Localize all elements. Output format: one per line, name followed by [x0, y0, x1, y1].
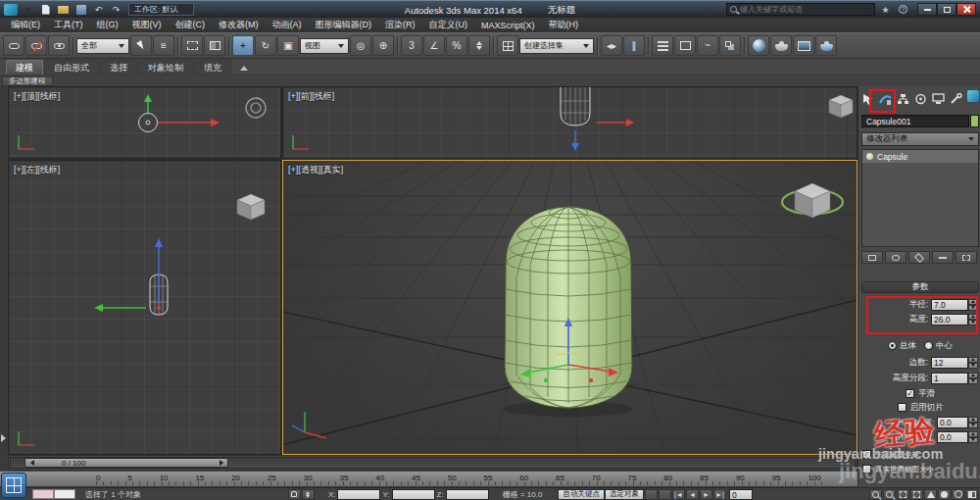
play-animation-icon[interactable]: ► — [700, 489, 712, 500]
rectangular-selection-region-icon[interactable] — [181, 35, 203, 56]
select-and-rotate-icon[interactable]: ↻ — [255, 35, 276, 56]
selection-lock-toggle[interactable] — [288, 489, 301, 500]
current-frame-field[interactable]: 0 — [729, 489, 753, 500]
minimize-button[interactable] — [917, 3, 937, 16]
menu-maxscript[interactable]: MAXScript(X) — [474, 18, 542, 32]
new-scene-icon[interactable] — [38, 3, 53, 16]
align-icon[interactable]: ∥ — [623, 35, 645, 56]
select-and-move-icon[interactable]: + — [232, 35, 254, 56]
save-file-icon[interactable] — [74, 3, 88, 16]
sides-field[interactable]: 12 — [931, 357, 968, 369]
sign-in-icon[interactable]: ★ — [878, 3, 893, 16]
set-key-icon[interactable] — [645, 489, 658, 500]
menu-customize[interactable]: 自定义(U) — [422, 18, 475, 32]
angle-snap-icon[interactable]: ∠ — [423, 35, 445, 56]
modifier-list-dropdown[interactable]: 修改器列表 — [861, 132, 979, 146]
search-input[interactable] — [740, 5, 862, 14]
ribbon-expand-icon[interactable] — [240, 66, 248, 71]
centers-radio[interactable] — [924, 341, 933, 350]
hierarchy-tab-icon[interactable] — [896, 92, 910, 107]
render-setup-icon[interactable] — [770, 35, 792, 56]
parameters-rollout-header[interactable]: 参数 — [861, 281, 979, 293]
menu-create[interactable]: 创建(C) — [169, 18, 213, 32]
spinner-snap-icon[interactable] — [468, 35, 490, 56]
orbit-icon[interactable] — [952, 489, 964, 500]
polygon-modeling-panel[interactable]: 多边形建模 — [2, 76, 53, 86]
render-production-icon[interactable] — [815, 35, 837, 56]
track-bar[interactable]: 0510 152025 303540 455055 606570 758085 … — [0, 471, 858, 487]
height-segs-field[interactable]: 1 — [931, 373, 968, 384]
field-of-view-icon[interactable] — [924, 489, 937, 500]
viewport-left[interactable]: [+][左][线框] — [8, 160, 281, 455]
open-file-icon[interactable] — [56, 3, 71, 16]
ribbon-tab-populate[interactable]: 填充 — [194, 60, 231, 75]
menu-edit[interactable]: 编辑(E) — [4, 18, 47, 32]
workspace-selector[interactable]: 工作区: 默认 — [128, 3, 194, 16]
capsule-top-view[interactable] — [139, 114, 158, 132]
ribbon-tab-modeling[interactable]: 建模 — [6, 60, 43, 75]
go-to-start-icon[interactable]: |◄ — [672, 489, 685, 500]
utilities-tab-icon[interactable] — [949, 92, 963, 107]
modify-tab-icon[interactable] — [878, 92, 893, 107]
viewport-front-label[interactable]: [+][前][线框] — [288, 90, 334, 103]
visibility-bulb-icon[interactable] — [866, 153, 873, 160]
material-editor-icon[interactable] — [748, 35, 769, 56]
selection-filter-dropdown[interactable]: 全部 — [76, 38, 129, 54]
viewport-perspective-label[interactable]: [+][透视][真实] — [288, 164, 343, 176]
infocenter-search[interactable] — [726, 3, 875, 16]
pin-stack-icon[interactable] — [861, 251, 883, 264]
x-field[interactable] — [337, 489, 380, 500]
maxscript-mini-listener-pink[interactable] — [32, 489, 54, 499]
select-object-icon[interactable] — [130, 35, 152, 56]
object-color-swatch[interactable] — [970, 115, 979, 127]
auto-key-button[interactable]: 自动关键点 — [558, 489, 605, 500]
undo-icon[interactable]: ↶ — [91, 3, 106, 16]
smooth-checkbox[interactable]: ✓ — [906, 389, 914, 398]
object-name-field[interactable]: Capsule001 — [861, 115, 969, 127]
unlink-selection-icon[interactable] — [25, 35, 47, 56]
height-field[interactable]: 26.0 — [931, 314, 968, 325]
gen-mapping-checkbox[interactable]: ✓ — [862, 450, 871, 459]
maxscript-mini-listener-white[interactable] — [54, 489, 75, 499]
edit-named-selection-sets-icon[interactable] — [497, 35, 518, 56]
selected-filter-dropdown[interactable]: 选定对象 — [605, 489, 644, 500]
app-logo-icon[interactable] — [4, 4, 18, 16]
time-slider[interactable]: 0 / 100 — [8, 455, 858, 471]
rendered-frame-window-icon[interactable] — [793, 35, 814, 56]
help-icon[interactable]: ? — [896, 3, 910, 16]
maximize-button[interactable] — [937, 3, 956, 16]
viewcube-top[interactable] — [246, 98, 266, 118]
overall-radio[interactable] — [888, 341, 897, 350]
time-slider-handle[interactable]: 0 / 100 — [24, 458, 228, 468]
reference-coordsys-dropdown[interactable]: 视图 — [300, 38, 349, 54]
viewcube[interactable] — [782, 183, 843, 218]
motion-tab-icon[interactable] — [913, 92, 928, 107]
select-and-manipulate-icon[interactable]: ⊕ — [372, 35, 394, 56]
overall-radio-group[interactable]: 总体 — [888, 340, 916, 352]
viewport-top[interactable]: [+][顶][线框] — [8, 86, 281, 159]
snaps-toggle-icon[interactable]: 3 — [401, 35, 422, 56]
time-slider-track[interactable]: 0 / 100 — [10, 457, 856, 469]
menu-animation[interactable]: 动画(A) — [266, 18, 309, 32]
viewport-perspective[interactable]: [+][透视][真实] — [282, 160, 858, 455]
go-to-end-icon[interactable]: ►| — [713, 489, 726, 500]
previous-key-icon[interactable]: ◄ — [686, 489, 699, 500]
zoom-extents-icon[interactable] — [897, 489, 909, 500]
next-frame-icon[interactable] — [215, 458, 227, 468]
height-segs-spinner[interactable] — [968, 373, 978, 384]
schematic-view-icon[interactable] — [719, 35, 741, 56]
panel-corner-icon[interactable] — [967, 90, 979, 102]
slice-on-checkbox[interactable] — [898, 403, 906, 412]
viewport-layout-tabs-button[interactable] — [1, 473, 26, 498]
slice-from-field[interactable]: 0.0 — [937, 417, 968, 428]
configure-modifier-sets-icon[interactable] — [956, 251, 977, 264]
create-tab-icon[interactable] — [860, 92, 875, 107]
layer-manager-icon[interactable] — [652, 35, 673, 56]
select-and-link-icon[interactable] — [3, 35, 24, 56]
window-crossing-toggle-icon[interactable] — [204, 35, 225, 56]
menu-help[interactable]: 帮助(H) — [542, 18, 586, 32]
menu-graph-editors[interactable]: 图形编辑器(D) — [309, 18, 379, 32]
show-end-result-icon[interactable] — [885, 251, 906, 264]
key-filters-icon[interactable] — [659, 489, 671, 500]
use-pivot-center-icon[interactable]: ◎ — [350, 35, 371, 56]
